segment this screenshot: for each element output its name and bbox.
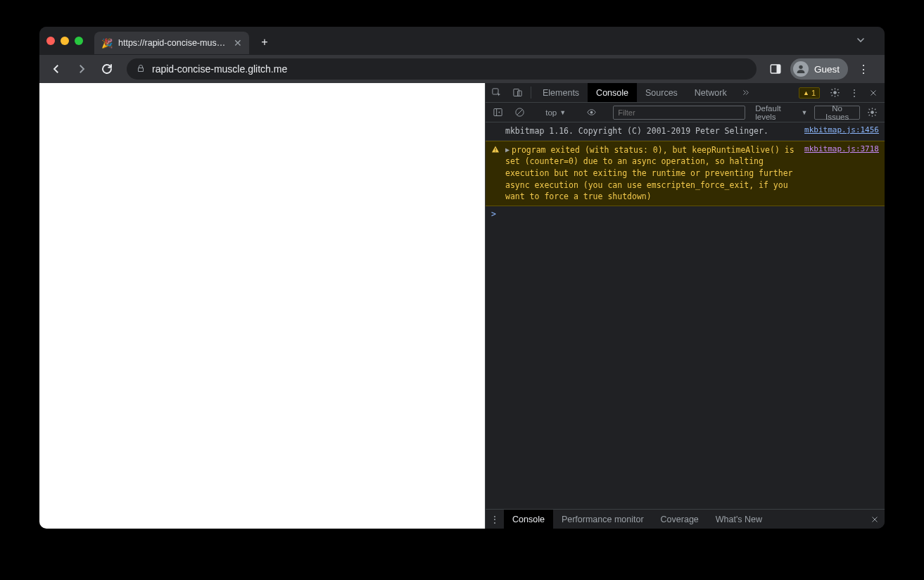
drawer-tab-perfmon[interactable]: Performance monitor [553,510,652,529]
console-warning-row: ▶program exited (with status: 0), but ke… [486,141,885,206]
tab-network[interactable]: Network [686,83,735,102]
tab-sources[interactable]: Sources [637,83,686,102]
live-expression-icon[interactable] [582,107,601,118]
tab-close-button[interactable]: ✕ [234,37,242,49]
console-output[interactable]: mkbitmap 1.16. Copyright (C) 2001-2019 P… [486,122,885,509]
svg-rect-14 [495,151,496,151]
device-toggle-icon[interactable] [507,83,528,102]
tab-favicon: 🎉 [101,38,113,49]
svg-point-11 [590,111,593,114]
warnings-badge[interactable]: ▲ 1 [799,87,820,99]
browser-toolbar: rapid-concise-muscle.glitch.me Guest ⋮ [39,55,885,83]
devtools-settings-button[interactable] [824,87,845,98]
svg-rect-13 [495,148,496,150]
context-label: top [545,108,557,117]
drawer-menu-button[interactable]: ⋮ [486,510,504,529]
log-levels-selector[interactable]: Default levels ▼ [751,104,811,121]
console-prompt[interactable]: > [486,206,885,222]
warning-count: 1 [811,89,816,97]
tabs-overflow-icon[interactable] [735,83,757,102]
source-link[interactable]: mkbitmap.js:1456 [804,125,879,134]
filter-input[interactable] [613,106,745,120]
forward-button[interactable] [70,58,93,80]
expand-caret-icon[interactable]: ▶ [505,145,510,156]
lock-icon [137,64,145,75]
new-tab-button[interactable]: + [255,32,274,52]
drawer-close-button[interactable] [865,510,885,529]
browser-window: 🎉 https://rapid-concise-muscle.g ✕ + rap… [39,27,885,529]
log-message: mkbitmap 1.16. Copyright (C) 2001-2019 P… [505,125,799,137]
svg-rect-5 [517,91,521,96]
console-sidebar-toggle-icon[interactable] [488,107,507,118]
traffic-lights [46,37,83,45]
console-settings-button[interactable] [863,107,882,118]
avatar-icon [793,61,809,77]
url-text: rapid-concise-muscle.glitch.me [152,63,287,75]
svg-rect-1 [776,65,780,73]
tab-elements[interactable]: Elements [534,83,588,102]
svg-point-12 [871,111,874,114]
titlebar: 🎉 https://rapid-concise-muscle.g ✕ + [39,27,885,55]
warning-triangle-icon: ▲ [803,89,809,96]
window-minimize-button[interactable] [61,37,69,45]
svg-rect-4 [513,89,519,96]
console-toolbar: top ▼ Default levels ▼ No Issues [486,103,885,122]
levels-label: Default levels [755,104,798,121]
browser-tab[interactable]: 🎉 https://rapid-concise-muscle.g ✕ [94,32,249,54]
prompt-caret-icon: > [491,209,496,219]
svg-point-2 [799,65,802,69]
drawer-tab-whatsnew[interactable]: What's New [707,510,771,529]
context-selector[interactable]: top ▼ [541,108,570,117]
devtools-close-button[interactable] [863,89,883,97]
clear-console-icon[interactable] [510,107,529,118]
chevron-down-icon: ▼ [802,109,808,116]
devtools-tabbar: Elements Console Sources Network ▲ 1 ⋮ [486,83,885,103]
source-link[interactable]: mkbitmap.js:3718 [804,144,879,153]
inspect-element-icon[interactable] [486,83,507,102]
drawer-tab-coverage[interactable]: Coverage [652,510,707,529]
side-panel-button[interactable] [765,58,786,80]
svg-rect-7 [494,109,502,116]
warning-message: ▶program exited (with status: 0), but ke… [505,144,799,203]
reload-button[interactable] [96,58,118,80]
page-viewport[interactable] [39,83,485,529]
console-log-row: mkbitmap 1.16. Copyright (C) 2001-2019 P… [486,122,885,141]
drawer-tab-console[interactable]: Console [504,510,553,529]
window-fullscreen-button[interactable] [75,37,83,45]
profile-label: Guest [814,64,840,75]
address-bar[interactable]: rapid-concise-muscle.glitch.me [127,58,757,80]
chevron-down-icon: ▼ [559,109,566,116]
devtools-menu-button[interactable]: ⋮ [845,87,863,99]
content-area: Elements Console Sources Network ▲ 1 ⋮ [39,83,885,529]
warning-icon [491,145,500,203]
svg-line-10 [517,110,523,115]
devtools-panel: Elements Console Sources Network ▲ 1 ⋮ [485,83,885,529]
profile-button[interactable]: Guest [790,58,848,80]
window-close-button[interactable] [46,37,55,45]
tab-console[interactable]: Console [588,83,637,102]
tabs-dropdown-icon[interactable] [849,32,872,51]
devtools-drawer: ⋮ Console Performance monitor Coverage W… [486,509,885,529]
issues-button[interactable]: No Issues [814,106,859,120]
tab-title: https://rapid-concise-muscle.g [118,38,228,48]
back-button[interactable] [45,58,68,80]
svg-point-6 [833,92,836,94]
browser-menu-button[interactable]: ⋮ [852,60,876,79]
svg-rect-3 [492,89,498,94]
